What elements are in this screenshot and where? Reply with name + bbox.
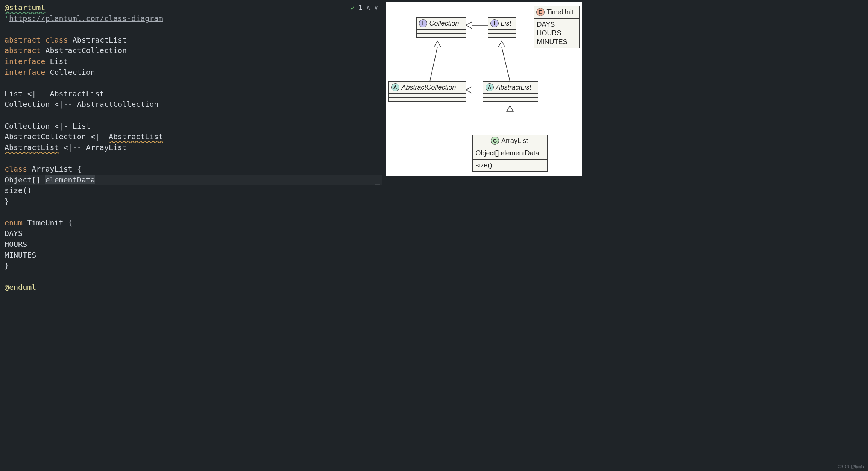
app-root: ✓ 1 ∧ ∨ @startuml 'https://plantuml.com/… (0, 0, 868, 471)
directive: @startuml (5, 3, 45, 12)
svg-line-4 (502, 47, 510, 81)
minimap-marker (375, 184, 380, 185)
prev-highlight-icon[interactable]: ∧ (366, 2, 370, 13)
uml-enum-timeunit: E TimeUnit DAYS HOURS MINUTES (534, 6, 580, 48)
uml-abstract-collection: A AbstractCollection (388, 81, 466, 102)
check-icon: ✓ (351, 3, 355, 14)
uml-interface-collection: I Collection (416, 17, 466, 38)
directive: @enduml (5, 283, 36, 292)
abstract-badge-icon: A (486, 83, 494, 91)
uml-class-arraylist: C ArrayList Object[] elementData size() (472, 135, 548, 172)
next-highlight-icon[interactable]: ∨ (374, 2, 378, 13)
uml-abstract-list: A AbstractList (483, 81, 538, 102)
enum-badge-icon: E (536, 8, 545, 16)
inspection-count: 1 (358, 2, 363, 13)
code-editor[interactable]: ✓ 1 ∧ ∨ @startuml 'https://plantuml.com/… (0, 0, 382, 471)
uml-diagram: I Collection I List E TimeUnit (386, 2, 582, 176)
comment-url[interactable]: https://plantuml.com/class-diagram (9, 14, 163, 23)
selection: elementData (45, 175, 95, 184)
abstract-badge-icon: A (391, 83, 399, 91)
watermark: CSDN @蜗系π (838, 464, 866, 469)
uml-interface-list: I List (488, 17, 516, 38)
interface-badge-icon: I (490, 19, 499, 27)
interface-badge-icon: I (419, 19, 427, 27)
diagram-preview: I Collection I List E TimeUnit (382, 0, 868, 471)
class-badge-icon: C (491, 137, 499, 145)
inspection-bar: ✓ 1 ∧ ∨ (351, 2, 378, 13)
svg-line-3 (430, 47, 437, 81)
